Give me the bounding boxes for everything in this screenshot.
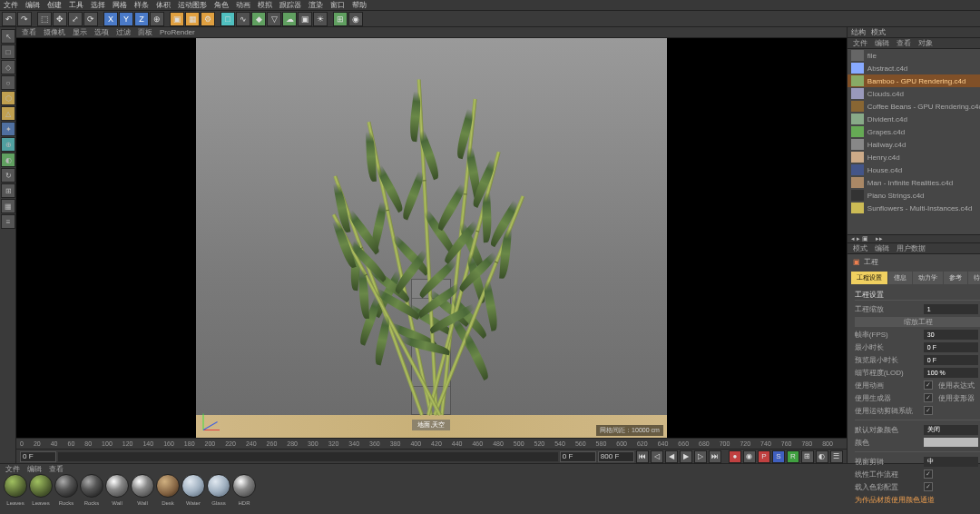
live-select-button[interactable]: ⬚ [37, 12, 52, 26]
vtab-0[interactable]: 查看 [22, 27, 36, 37]
rtab-structure[interactable]: 结构 [851, 27, 866, 37]
add-environment-button[interactable]: ☁ [282, 12, 297, 26]
goto-start-button[interactable]: ⏮ [636, 450, 649, 463]
add-cube-button[interactable]: □ [220, 12, 235, 26]
step-back-button[interactable]: ◁ [651, 450, 663, 463]
add-deformer-button[interactable]: ▽ [267, 12, 281, 26]
left-tool-0[interactable]: ↖ [1, 29, 15, 44]
attr-tab-1[interactable]: 信息 [888, 272, 912, 284]
left-tool-12[interactable]: ≡ [1, 214, 15, 229]
menu-6[interactable]: 样条 [134, 0, 149, 10]
file-row[interactable]: Grapes.c4d [848, 125, 980, 138]
inp-fps[interactable] [924, 330, 978, 340]
material-Water[interactable] [181, 474, 205, 498]
file-row[interactable]: file [848, 49, 980, 62]
material-Leaves[interactable] [4, 474, 27, 498]
key-pla-button[interactable]: ◐ [816, 450, 828, 463]
file-row[interactable]: Hallway.c4d [848, 138, 980, 151]
vtab-4[interactable]: 过滤 [116, 27, 131, 37]
mat-tab-file[interactable]: 文件 [5, 464, 20, 474]
rotate-button[interactable]: ⟳ [83, 12, 98, 26]
timeline-ruler[interactable]: 0204060801001201401601802002202402602803… [16, 438, 847, 449]
attr-tab-4[interactable]: 待办事项 [968, 272, 980, 284]
menu-15[interactable]: 帮助 [352, 0, 367, 10]
file-row[interactable]: Coffee Beans - GPU Rendering.c4d [848, 100, 980, 113]
vtab-6[interactable]: ProRender [160, 28, 195, 36]
menu-9[interactable]: 角色 [214, 0, 229, 10]
content-browser-list[interactable]: fileAbstract.c4dBamboo - GPU Rendering.c… [848, 49, 980, 234]
cb-tab-file[interactable]: 文件 [853, 38, 867, 48]
scale-button[interactable]: ⤢ [68, 12, 83, 26]
file-row[interactable]: Abstract.c4d [848, 62, 980, 74]
material-HDR[interactable] [232, 474, 256, 498]
frame-end-input[interactable] [598, 451, 634, 462]
material-Leaves[interactable] [29, 474, 53, 498]
menu-10[interactable]: 动画 [236, 0, 250, 10]
viewport-render[interactable]: 地面,天空 网格间距：10000 cm [196, 38, 667, 438]
file-row[interactable]: Bamboo - GPU Rendering.c4d [848, 74, 980, 87]
rtab-mode[interactable]: 模式 [871, 27, 886, 37]
menu-4[interactable]: 选择 [91, 0, 105, 10]
coord-sys-button[interactable]: ⊕ [150, 12, 164, 26]
left-tool-6[interactable]: ✦ [1, 122, 15, 136]
autokey-button[interactable]: ◉ [743, 450, 756, 463]
step-fwd-button[interactable]: ▷ [694, 450, 707, 463]
inp-lod[interactable] [924, 368, 978, 378]
left-tool-4[interactable]: ⬡ [1, 91, 15, 105]
left-tool-9[interactable]: ↻ [1, 168, 15, 183]
render-settings-button[interactable]: ⚙ [201, 12, 215, 26]
file-row[interactable]: Henry.c4d [848, 151, 980, 163]
chk-gen[interactable]: ✓ [924, 393, 933, 402]
record-button[interactable]: ● [729, 450, 741, 463]
cb-tab-view[interactable]: 查看 [897, 38, 911, 48]
frame-current-input[interactable] [560, 451, 596, 462]
axis-y-button[interactable]: Y [119, 12, 133, 26]
material-Rocks[interactable] [54, 474, 78, 498]
add-tag-button[interactable]: ◉ [348, 12, 363, 26]
left-tool-5[interactable]: △ [1, 106, 15, 121]
left-tool-11[interactable]: ▦ [1, 199, 15, 213]
vtab-1[interactable]: 摄像机 [44, 27, 65, 37]
file-row[interactable]: Divident.c4d [848, 113, 980, 125]
key-pos-button[interactable]: P [758, 450, 770, 463]
add-field-button[interactable]: ⊞ [333, 12, 348, 26]
render-region-button[interactable]: ▦ [185, 12, 200, 26]
chk-anim[interactable]: ✓ [924, 381, 933, 390]
attr-tab-0[interactable]: 工程设置 [851, 272, 887, 284]
attr-tab-userdata[interactable]: 用户数据 [897, 243, 926, 253]
left-tool-2[interactable]: ◇ [1, 60, 15, 74]
redo-button[interactable]: ↷ [17, 12, 32, 26]
file-row[interactable]: Clouds.c4d [848, 87, 980, 100]
key-rot-button[interactable]: R [787, 450, 799, 463]
vtab-3[interactable]: 选项 [94, 27, 109, 37]
attr-tab-mode[interactable]: 模式 [853, 243, 867, 253]
add-camera-button[interactable]: ▣ [298, 12, 312, 26]
play-button[interactable]: ▶ [680, 450, 692, 463]
key-param-button[interactable]: ⊞ [801, 450, 814, 463]
material-Wall[interactable] [131, 474, 154, 498]
frame-start-input[interactable] [20, 451, 56, 462]
menu-11[interactable]: 模拟 [258, 0, 272, 10]
left-tool-10[interactable]: ⊞ [1, 183, 15, 198]
inp-min[interactable] [924, 342, 978, 352]
left-tool-7[interactable]: ⊕ [1, 137, 15, 152]
menu-1[interactable]: 编辑 [25, 0, 40, 10]
file-row[interactable]: House.c4d [848, 163, 980, 176]
material-Rocks[interactable] [80, 474, 103, 498]
add-generator-button[interactable]: ◆ [251, 12, 266, 26]
cb-tab-edit[interactable]: 编辑 [875, 38, 889, 48]
menu-12[interactable]: 跟踪器 [279, 0, 301, 10]
color-swatch[interactable] [924, 438, 978, 447]
file-row[interactable]: Piano Strings.c4d [848, 189, 980, 202]
menu-5[interactable]: 网格 [113, 0, 127, 10]
undo-button[interactable]: ↶ [2, 12, 16, 26]
menu-7[interactable]: 体积 [156, 0, 171, 10]
inp-scale[interactable] [924, 304, 978, 314]
move-button[interactable]: ✥ [53, 12, 67, 26]
add-light-button[interactable]: ☀ [313, 12, 328, 26]
axis-x-button[interactable]: X [103, 12, 118, 26]
menu-14[interactable]: 窗口 [330, 0, 345, 10]
attr-tab-2[interactable]: 动力学 [913, 272, 943, 284]
material-Wall[interactable] [105, 474, 129, 498]
cb-tab-object[interactable]: 对象 [918, 38, 933, 48]
